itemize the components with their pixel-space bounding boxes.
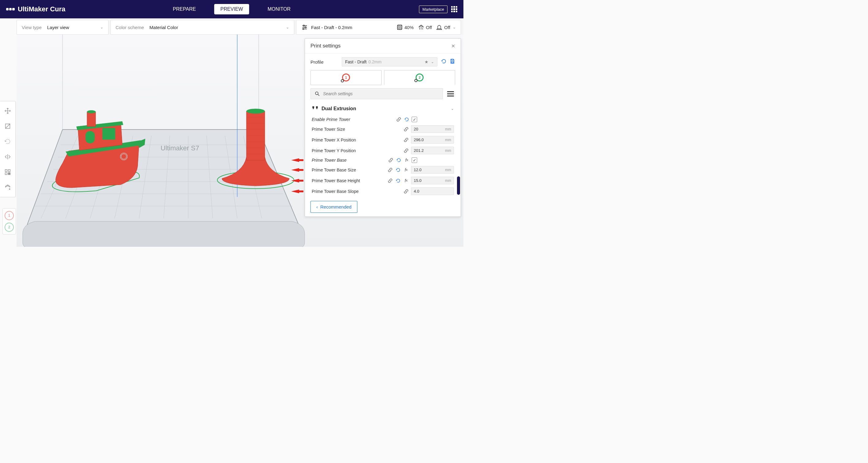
- left-toolbar: [0, 101, 16, 197]
- marketplace-button[interactable]: Marketplace: [419, 5, 447, 13]
- profile-summary: Fast - Draft - 0.2mm: [311, 25, 397, 30]
- per-model-tool[interactable]: [0, 164, 15, 180]
- svg-point-29: [87, 110, 96, 113]
- svg-marker-51: [291, 158, 304, 162]
- support-blocker-tool[interactable]: [0, 180, 15, 195]
- extruder-1-badge[interactable]: 1: [5, 211, 14, 220]
- profile-label: Profile: [310, 59, 338, 65]
- setting-prime-tower-y: Prime Tower Y Position 201.2mm: [305, 145, 461, 156]
- viewtype-dropdown[interactable]: View type Layer view ⌄: [17, 20, 108, 35]
- link-icon[interactable]: [387, 178, 393, 183]
- link-icon[interactable]: [403, 137, 409, 142]
- printer-label: Ultimaker S7: [161, 144, 199, 152]
- link-icon[interactable]: [388, 158, 394, 163]
- prime-tower-base-checkbox[interactable]: [412, 157, 417, 163]
- rotate-tool[interactable]: [0, 134, 15, 149]
- panel-title: Print settings: [310, 43, 451, 49]
- scale-tool[interactable]: [0, 119, 15, 134]
- viewtype-label: View type: [22, 25, 42, 30]
- apps-grid-icon[interactable]: [451, 6, 457, 12]
- tab-prepare[interactable]: PREPARE: [167, 4, 202, 14]
- adhesion-icon: [436, 24, 442, 30]
- svg-rect-26: [86, 131, 95, 143]
- link-icon[interactable]: [403, 148, 409, 153]
- profile-dropdown[interactable]: Fast - Draft 0.2mm ★ ⌄: [342, 57, 437, 66]
- colorscheme-label: Color scheme: [116, 25, 144, 30]
- reset-icon[interactable]: [396, 158, 402, 163]
- prime-tower-base-height-input[interactable]: 15.0mm: [411, 177, 454, 184]
- reset-icon[interactable]: [395, 167, 401, 172]
- chevron-down-icon: ⌄: [453, 25, 456, 29]
- move-tool[interactable]: [0, 103, 15, 119]
- viewtype-value: Layer view: [47, 25, 98, 30]
- link-icon[interactable]: [396, 117, 402, 122]
- svg-point-1: [303, 25, 304, 26]
- scrollbar-thumb[interactable]: [457, 176, 460, 195]
- main-tabs: PREPARE PREVIEW MONITOR: [167, 4, 297, 14]
- arrow-annotation: [291, 189, 304, 194]
- extruder-badges: 1 2: [2, 208, 16, 235]
- chevron-down-icon: ⌄: [286, 25, 289, 29]
- chevron-down-icon: ⌄: [451, 106, 454, 111]
- sliders-icon: [301, 24, 308, 31]
- chevron-down-icon: ⌄: [100, 25, 103, 29]
- prime-tower-x-input[interactable]: 296.0mm: [411, 136, 454, 144]
- search-input[interactable]: [323, 91, 439, 96]
- support-summary: Off: [418, 24, 432, 30]
- section-dual-extrusion[interactable]: Dual Extrusion ⌄: [305, 102, 461, 115]
- fx-icon[interactable]: fx: [404, 158, 410, 163]
- header-bar: UltiMaker Cura PREPARE PREVIEW MONITOR M…: [0, 0, 463, 19]
- svg-rect-45: [5, 173, 7, 174]
- setting-prime-tower-base-slope: Prime Tower Base Slope 4.0: [305, 186, 461, 197]
- reset-icon[interactable]: [395, 178, 401, 183]
- fx-icon[interactable]: fx: [403, 178, 409, 183]
- arrow-annotation: [291, 167, 304, 172]
- svg-rect-43: [5, 170, 7, 171]
- chevron-left-icon: ‹: [316, 204, 318, 209]
- toolbar-row: View type Layer view ⌄ Color scheme Mate…: [17, 19, 463, 36]
- arrow-annotation: [291, 158, 304, 163]
- prime-tower-y-input[interactable]: 201.2mm: [411, 147, 454, 154]
- svg-marker-54: [291, 190, 304, 193]
- mirror-tool[interactable]: [0, 149, 15, 164]
- search-settings-box[interactable]: [310, 88, 443, 99]
- svg-rect-47: [452, 59, 453, 60]
- link-icon[interactable]: [387, 167, 393, 172]
- reset-icon[interactable]: [404, 117, 410, 122]
- save-profile-icon[interactable]: [450, 59, 455, 65]
- setting-prime-tower-size: Prime Tower Size 20mm: [305, 124, 461, 134]
- reset-profile-icon[interactable]: [441, 59, 446, 65]
- extruder-tab-1[interactable]: 1: [310, 70, 381, 85]
- settings-visibility-icon[interactable]: [446, 90, 455, 98]
- prime-tower-base-size-input[interactable]: 12.0mm: [411, 166, 454, 174]
- support-icon: [418, 24, 424, 30]
- close-icon[interactable]: ✕: [451, 43, 455, 49]
- svg-rect-48: [452, 62, 453, 63]
- prime-tower-base-slope-input[interactable]: 4.0: [411, 188, 454, 195]
- adhesion-summary: Off: [436, 24, 450, 30]
- logo-icon: [6, 8, 15, 10]
- svg-point-5: [303, 29, 304, 30]
- svg-marker-52: [291, 168, 304, 172]
- link-icon[interactable]: [403, 189, 409, 194]
- svg-point-49: [315, 92, 318, 95]
- search-icon: [314, 91, 320, 96]
- fx-icon[interactable]: fx: [403, 167, 409, 172]
- tab-preview[interactable]: PREVIEW: [214, 4, 249, 14]
- chevron-down-icon: ⌄: [431, 60, 434, 64]
- setting-prime-tower-x: Prime Tower X Position 296.0mm: [305, 134, 461, 145]
- enable-prime-tower-checkbox[interactable]: [412, 117, 417, 122]
- extruder-2-badge[interactable]: 2: [5, 223, 14, 232]
- setting-enable-prime-tower: Enable Prime Tower: [305, 115, 461, 124]
- print-settings-summary-dropdown[interactable]: Fast - Draft - 0.2mm 40% Off Off: [296, 20, 461, 35]
- link-icon[interactable]: [403, 127, 409, 132]
- recommended-button[interactable]: ‹ Recommended: [310, 201, 358, 213]
- setting-prime-tower-base: Prime Tower Base fx: [305, 156, 461, 164]
- prime-tower-size-input[interactable]: 20mm: [411, 125, 454, 133]
- arrow-annotation: [291, 178, 304, 183]
- extruder-tab-2[interactable]: 2: [384, 70, 455, 85]
- svg-point-3: [305, 27, 306, 28]
- colorscheme-dropdown[interactable]: Color scheme Material Color ⌄: [110, 20, 294, 35]
- svg-rect-28: [87, 112, 96, 127]
- tab-monitor[interactable]: MONITOR: [261, 4, 297, 14]
